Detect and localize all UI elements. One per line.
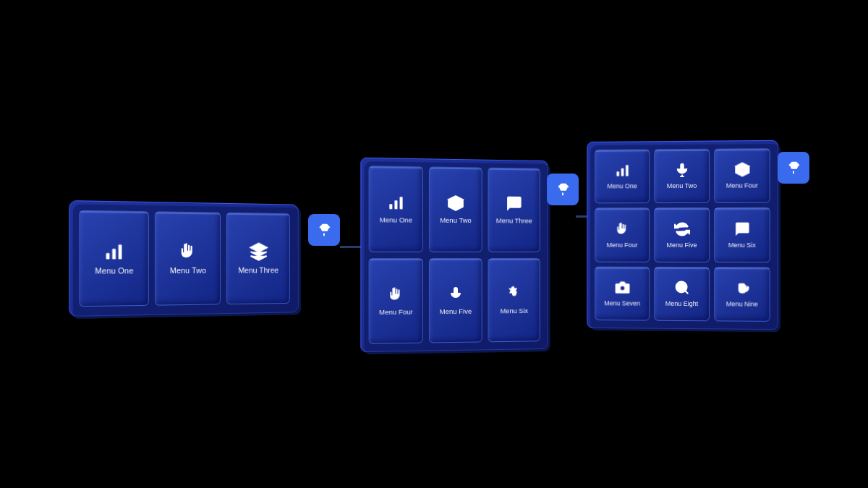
svg-rect-0 [106, 253, 110, 259]
hand2-icon [734, 280, 750, 296]
panel-1-menu-two-label: Menu Two [170, 266, 206, 275]
pin-icon-1 [316, 222, 332, 238]
pin-button-3[interactable] [778, 152, 809, 184]
search-icon [674, 280, 690, 296]
panel-1-menu-one[interactable]: Menu One [79, 210, 148, 307]
panel-3-menu-six[interactable]: Menu Six [714, 207, 770, 262]
panel-3: Menu One Menu Two Menu Four [587, 140, 778, 330]
svg-rect-5 [400, 197, 403, 209]
panel-3-menu-two-label: Menu Two [667, 182, 697, 190]
panel-1-grid: Menu One Menu Two Menu Three [79, 210, 289, 307]
panel-2: Menu One Menu Two Menu Three [360, 158, 548, 352]
panel-3-menu-seven[interactable]: Menu Seven [595, 266, 650, 320]
cube-3d-icon-2 [734, 162, 750, 178]
panel-1-menu-three-label: Menu Three [238, 266, 278, 275]
pin-icon-3 [786, 160, 801, 176]
panel-1-menu-two[interactable]: Menu Two [155, 211, 221, 305]
svg-rect-2 [119, 244, 122, 259]
panel-2-menu-six[interactable]: Menu Six [488, 257, 540, 342]
panel-3-menu-nine[interactable]: Menu Nine [714, 267, 770, 322]
mic-icon [447, 285, 464, 302]
panel-2-menu-two-label: Menu Two [440, 216, 471, 225]
panel-3-menu-eight[interactable]: Menu Eight [654, 267, 710, 322]
panel-3-menu-four-b-label: Menu Four [607, 241, 638, 249]
panel-3-menu-four-a-label: Menu Four [726, 182, 758, 190]
panel-3-grid: Menu One Menu Two Menu Four [595, 148, 770, 322]
cube-icon [249, 241, 268, 261]
hand-icon-3 [614, 221, 630, 237]
panel-2-menu-one[interactable]: Menu One [369, 166, 423, 252]
scene: Menu One Menu Two Menu Three [0, 0, 868, 488]
gear-icon [506, 285, 522, 302]
panel-2-menu-one-label: Menu One [380, 215, 412, 224]
panel-3-menu-five-label: Menu Five [667, 241, 697, 249]
pin-button-2[interactable] [547, 174, 579, 205]
pin-button-1[interactable] [308, 214, 340, 246]
svg-rect-7 [616, 172, 619, 176]
panel-3-menu-nine-label: Menu Nine [726, 300, 758, 308]
refresh-icon [674, 221, 690, 237]
panel-1: Menu One Menu Two Menu Three [69, 200, 298, 317]
svg-line-13 [685, 291, 688, 294]
panel-2-grid: Menu One Menu Two Menu Three [369, 166, 540, 344]
bar-chart-icon-2 [387, 194, 404, 211]
svg-rect-3 [389, 204, 392, 209]
panel-3-menu-one[interactable]: Menu One [595, 149, 650, 203]
svg-rect-8 [621, 168, 624, 176]
svg-point-11 [619, 286, 624, 291]
panel-2-menu-four[interactable]: Menu Four [369, 258, 423, 344]
panel-2-menu-five[interactable]: Menu Five [429, 257, 482, 343]
svg-rect-9 [626, 165, 629, 176]
svg-rect-4 [394, 200, 397, 209]
svg-rect-1 [113, 249, 116, 259]
panel-3-menu-five[interactable]: Menu Five [654, 207, 710, 262]
bar-chart-icon-3 [614, 163, 630, 179]
panel-3-menu-four-b[interactable]: Menu Four [595, 207, 650, 262]
camera-icon [614, 280, 630, 296]
panel-3-menu-seven-label: Menu Seven [604, 299, 640, 307]
panel-3-menu-four-a[interactable]: Menu Four [714, 148, 770, 203]
panel-3-menu-six-label: Menu Six [728, 241, 756, 249]
panel-3-menu-one-label: Menu One [607, 183, 637, 191]
panel-3-menu-two[interactable]: Menu Two [654, 149, 710, 204]
chat-icon [506, 195, 522, 213]
panel-3-menu-eight-label: Menu Eight [665, 300, 698, 308]
panel-1-menu-one-label: Menu One [95, 266, 133, 276]
cube-3d-icon [447, 194, 464, 212]
hand-icon-2 [387, 286, 404, 303]
mic-icon-2 [674, 162, 690, 178]
bar-chart-icon [103, 241, 124, 262]
pin-icon-2 [555, 181, 571, 197]
panel-2-menu-two[interactable]: Menu Two [429, 166, 482, 252]
hand-icon [178, 241, 198, 262]
panel-2-menu-three[interactable]: Menu Three [488, 168, 540, 252]
panel-2-menu-six-label: Menu Six [500, 307, 528, 315]
panel-2-menu-three-label: Menu Three [496, 216, 532, 225]
chat-icon-2 [734, 221, 750, 236]
panel-2-menu-four-label: Menu Four [379, 307, 413, 316]
panel-2-menu-five-label: Menu Five [440, 307, 472, 315]
panel-1-menu-three[interactable]: Menu Three [226, 213, 290, 304]
svg-point-12 [676, 282, 686, 293]
